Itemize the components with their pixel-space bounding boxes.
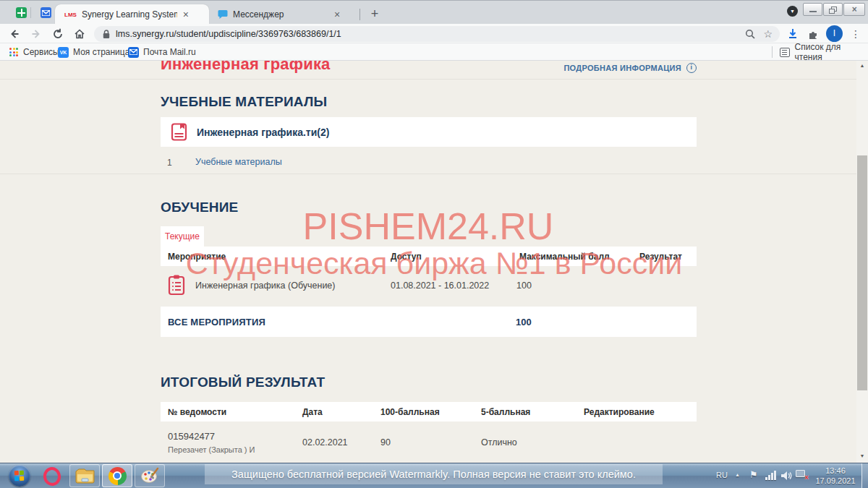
show-desktop-button[interactable] bbox=[861, 463, 868, 488]
materials-card[interactable]: Инженерная графика.ти(2) bbox=[161, 117, 697, 147]
new-tab-button[interactable]: + bbox=[366, 6, 383, 23]
language-indicator[interactable]: RU bbox=[716, 471, 728, 479]
window-close-button[interactable]: × bbox=[843, 3, 865, 16]
browser-toolbar: lms.synergy.ru/student/updiscipline/3369… bbox=[0, 24, 868, 43]
lock-icon bbox=[103, 30, 110, 39]
divider bbox=[0, 79, 856, 80]
materials-row-number: 1 bbox=[167, 158, 172, 168]
lms-favicon: LMS bbox=[64, 12, 77, 18]
folder-icon bbox=[75, 467, 95, 484]
action-center-flag-icon[interactable]: ⚑ bbox=[749, 469, 758, 480]
discipline-title-text: Инженерная графика bbox=[161, 61, 331, 74]
watermark-line2: Студенческая биржа №1 в России bbox=[0, 246, 868, 281]
final-sheet-note: Перезачет (Закрыта ) И bbox=[168, 445, 255, 454]
tab-title: Мессенджер bbox=[233, 9, 328, 20]
all-events-total: 100 bbox=[516, 317, 532, 328]
network-error-icon: × bbox=[804, 474, 809, 481]
discipline-title: Инженерная графика bbox=[161, 61, 537, 75]
messenger-favicon bbox=[218, 9, 228, 20]
extensions-puzzle-icon[interactable] bbox=[805, 26, 821, 42]
tray-clock[interactable]: 13:46 17.09.2021 bbox=[813, 466, 858, 486]
tab-close-icon[interactable]: × bbox=[180, 9, 192, 20]
window-restore-button[interactable] bbox=[823, 3, 843, 16]
start-button[interactable] bbox=[9, 465, 30, 487]
chrome-taskbar-button[interactable] bbox=[102, 464, 132, 487]
opera-taskbar-icon[interactable] bbox=[42, 466, 62, 487]
bookmark-services[interactable]: Сервисы bbox=[9, 46, 59, 59]
detailed-info-link[interactable]: ПОДРОБНАЯ ИНФОРМАЦИЯ i bbox=[563, 63, 697, 73]
detailed-info-label: ПОДРОБНАЯ ИНФОРМАЦИЯ bbox=[563, 64, 681, 72]
bookmark-star-icon[interactable]: ☆ bbox=[763, 28, 773, 40]
bookmarks-bar: Сервисы VK Моя страница 0 Почта Mail.ru … bbox=[0, 43, 868, 61]
network-status-icon[interactable]: × bbox=[796, 470, 807, 480]
materials-row-link[interactable]: Учебные материалы bbox=[195, 157, 282, 167]
volume-icon[interactable] bbox=[781, 471, 792, 481]
reading-list-label: Список для чтения bbox=[795, 42, 868, 62]
profile-avatar[interactable]: I bbox=[826, 25, 843, 42]
paint-taskbar-button[interactable] bbox=[135, 464, 165, 487]
final-result-heading: ИТОГОВЫЙ РЕЗУЛЬТАТ bbox=[161, 374, 325, 390]
bookmark-mailru[interactable]: Почта Mail.ru bbox=[128, 46, 196, 59]
pinned-tab-separator bbox=[30, 7, 31, 18]
lms-page: Инженерная графика ПОДРОБНАЯ ИНФОРМАЦИЯ … bbox=[0, 61, 868, 463]
bookmark-label: Почта Mail.ru bbox=[143, 47, 196, 57]
scroll-down-icon[interactable]: ▼ bbox=[856, 453, 868, 458]
window-minimize-button[interactable] bbox=[803, 3, 822, 16]
address-bar[interactable]: lms.synergy.ru/student/updiscipline/3369… bbox=[94, 26, 780, 42]
pinned-tab-mail-icon[interactable] bbox=[41, 7, 51, 18]
col-5-scale: 5-балльная bbox=[481, 407, 530, 417]
watermark-bottom-bar: Защищено бесплатной версией Watermarkly.… bbox=[205, 464, 663, 484]
training-footer-row: ВСЕ МЕРОПРИЯТИЯ 100 bbox=[161, 307, 697, 337]
final-sheet-number: 015942477 bbox=[168, 431, 215, 442]
final-score-5: Отлично bbox=[481, 437, 517, 448]
scrollbar-thumb[interactable] bbox=[857, 155, 867, 390]
col-edit: Редактирование bbox=[584, 407, 655, 417]
vk-icon: VK bbox=[58, 47, 69, 58]
apps-grid-icon bbox=[9, 48, 18, 56]
tab-messenger[interactable]: Мессенджер × bbox=[210, 4, 357, 25]
training-row-access: 01.08.2021 - 16.01.2022 bbox=[391, 281, 489, 291]
bookmarks-separator bbox=[772, 46, 773, 58]
paint-palette-icon bbox=[140, 467, 159, 484]
final-score-100: 90 bbox=[380, 437, 391, 448]
url-text[interactable]: lms.synergy.ru/student/updiscipline/3369… bbox=[116, 29, 745, 39]
tab-synergy-lms[interactable]: LMS Synergy Learning System × bbox=[55, 4, 209, 25]
tab-close-icon[interactable]: × bbox=[331, 9, 343, 20]
zoom-icon[interactable] bbox=[745, 29, 756, 40]
page-scrollbar[interactable]: ▲ ▼ bbox=[856, 61, 868, 463]
bookmark-label: Сервисы bbox=[23, 47, 59, 57]
browser-menu-icon[interactable]: ⋮ bbox=[851, 26, 861, 42]
windows-flag-icon bbox=[14, 471, 25, 481]
forward-icon[interactable] bbox=[28, 26, 44, 42]
screen: LMS Synergy Learning System × Мессенджер… bbox=[0, 0, 868, 488]
info-icon: i bbox=[686, 63, 697, 73]
col-100-scale: 100-балльная bbox=[380, 407, 440, 417]
watermark-line1: PISHEM24.RU bbox=[0, 205, 856, 248]
download-icon[interactable] bbox=[785, 26, 801, 42]
final-date: 02.02.2021 bbox=[302, 437, 348, 448]
tab-separator bbox=[359, 9, 360, 20]
bookmark-vk-page[interactable]: VK Моя страница 0 bbox=[58, 46, 137, 59]
signal-bars-icon[interactable] bbox=[765, 471, 776, 480]
scroll-up-icon[interactable]: ▲ bbox=[856, 63, 868, 68]
tray-date: 17.09.2021 bbox=[813, 476, 858, 486]
book-icon bbox=[169, 122, 189, 142]
tray-expand-icon[interactable]: ▲ bbox=[735, 472, 740, 477]
divider bbox=[0, 174, 856, 174]
training-row-max-score: 100 bbox=[516, 281, 532, 291]
explorer-taskbar-button[interactable] bbox=[69, 464, 100, 487]
reload-icon[interactable] bbox=[50, 26, 66, 42]
col-date: Дата bbox=[302, 407, 323, 417]
browser-tab-strip: LMS Synergy Learning System × Мессенджер… bbox=[0, 0, 868, 24]
pinned-tab-sheets-icon[interactable] bbox=[16, 7, 27, 18]
chrome-icon bbox=[109, 467, 127, 485]
tray-time: 13:46 bbox=[813, 466, 858, 476]
col-sheet-no: № ведомости bbox=[168, 407, 226, 417]
back-icon[interactable] bbox=[7, 26, 22, 42]
reading-list-icon bbox=[780, 48, 790, 57]
browser-update-icon[interactable]: ▼ bbox=[787, 6, 798, 17]
home-icon[interactable] bbox=[72, 26, 88, 42]
reading-list-button[interactable]: Список для чтения bbox=[780, 46, 868, 59]
tab-title: Synergy Learning System bbox=[82, 9, 177, 20]
mail-envelope-icon bbox=[128, 47, 139, 58]
